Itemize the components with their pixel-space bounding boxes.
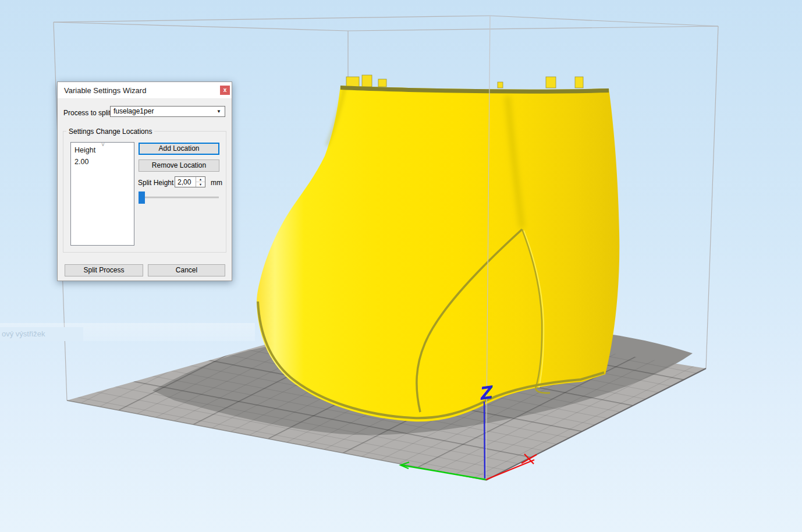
wire-top-front-right — [490, 16, 718, 26]
split-height-slider[interactable] — [139, 191, 220, 204]
process-select-value: fuselage1per — [113, 107, 154, 115]
group-title: Settings Change Locations — [66, 127, 154, 136]
wire-top-front-left — [54, 16, 490, 22]
process-to-split-label: Process to split — [63, 109, 111, 117]
wire-top-back-right — [348, 26, 718, 31]
add-location-button[interactable]: Add Location — [139, 143, 219, 155]
split-height-input[interactable] — [175, 177, 197, 187]
spin-up-icon[interactable]: ▲ — [196, 177, 205, 182]
cancel-button[interactable]: Cancel — [148, 264, 225, 276]
model-fuselage[interactable] — [257, 75, 619, 421]
slider-handle[interactable] — [139, 191, 145, 204]
list-column-header[interactable]: Height — [74, 146, 95, 154]
spin-down-icon[interactable]: ▼ — [196, 182, 205, 187]
wire-top-back-left — [54, 22, 348, 31]
ghost-snip-text: ový výstřižek — [0, 327, 83, 341]
process-select[interactable]: fuselage1per ▼ — [110, 106, 225, 117]
dialog-title: Variable Settings Wizard — [64, 86, 146, 95]
sort-indicator-icon: ˅ — [101, 141, 105, 148]
list-item[interactable]: 2.00 — [74, 158, 88, 166]
wire-vertical-right — [706, 26, 718, 368]
z-axis-blue — [484, 402, 485, 478]
split-height-spinbox[interactable]: ▲ ▼ — [175, 176, 205, 187]
simplify3d-viewport: { "dialog": { "title": "Variable Setting… — [0, 0, 802, 532]
mm-unit-label: mm — [211, 179, 222, 187]
remove-location-button[interactable]: Remove Location — [139, 159, 219, 172]
dialog-titlebar[interactable]: Variable Settings Wizard x — [58, 82, 232, 99]
spin-buttons: ▲ ▼ — [196, 177, 205, 187]
model-body[interactable] — [257, 86, 619, 421]
model-top-pegs — [346, 75, 583, 88]
slider-groove[interactable] — [140, 197, 219, 198]
chevron-down-icon: ▼ — [217, 107, 221, 116]
split-process-button[interactable]: Split Process — [65, 264, 143, 276]
locations-list[interactable]: Height ˅ 2.00 — [70, 142, 134, 246]
split-height-label: Split Height — [138, 179, 173, 187]
close-button[interactable]: x — [220, 86, 230, 95]
variable-settings-wizard-dialog: Variable Settings Wizard x Process to sp… — [57, 81, 232, 281]
